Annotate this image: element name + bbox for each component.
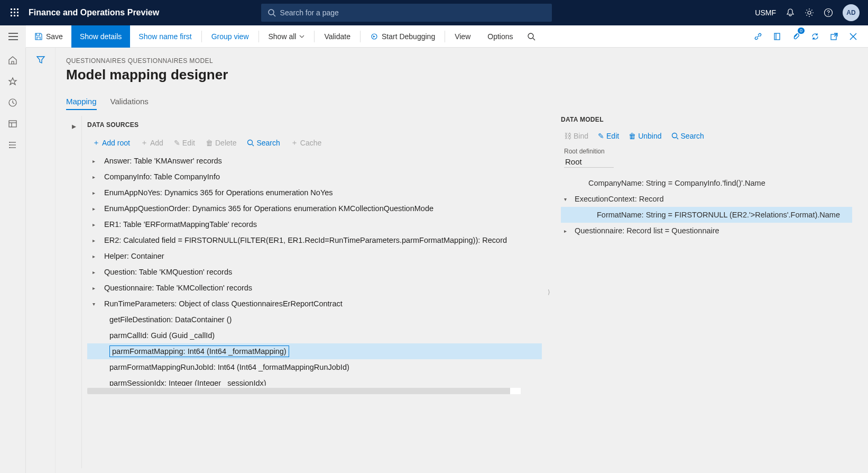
svg-rect-20 <box>774 33 780 40</box>
attachments-button[interactable]: 0 <box>787 25 806 48</box>
gear-icon[interactable] <box>805 8 814 17</box>
user-avatar[interactable]: AD <box>843 4 860 21</box>
svg-rect-2 <box>17 8 19 10</box>
add-button[interactable]: ＋Add <box>141 138 163 148</box>
tree-row[interactable]: ▸Answer: Table 'KMAnswer' records <box>87 153 542 169</box>
tree-row[interactable]: parmSessionIdx: Integer (Integer _sessio… <box>87 375 542 386</box>
chevron-down-icon <box>299 35 304 38</box>
refresh-button[interactable] <box>806 25 825 48</box>
tree-row[interactable]: ▸ER1: Table 'ERFormatMappingTable' recor… <box>87 216 542 232</box>
tree-row[interactable]: ▸ER2: Calculated field = FIRSTORNULL(FIL… <box>87 232 542 248</box>
tree-row[interactable]: ▾ExecutionContext: Record <box>561 191 852 207</box>
data-model-tree[interactable]: CompanyName: String = CompanyInfo.'find(… <box>561 175 852 239</box>
tree-row[interactable]: ▸EnumAppNoYes: Dynamics 365 for Operatio… <box>87 185 542 201</box>
pencil-icon: ✎ <box>598 132 604 140</box>
collapse-icon: ▾ <box>93 301 99 307</box>
svg-point-33 <box>9 147 10 148</box>
svg-point-11 <box>808 11 811 14</box>
tree-label: FormatName: String = FIRSTORNULL (ER2.'>… <box>597 211 840 219</box>
find-button[interactable] <box>522 25 541 48</box>
unbind-button[interactable]: 🗑Unbind <box>629 132 661 140</box>
tree-label: CompanyName: String = CompanyInfo.'find(… <box>588 179 765 187</box>
global-search[interactable]: Search for a page <box>261 4 552 22</box>
search-icon <box>671 132 679 140</box>
types-collapser[interactable]: ▸ <box>66 116 82 468</box>
options-menu[interactable]: Options <box>479 25 521 48</box>
svg-line-37 <box>677 138 678 139</box>
home-icon[interactable] <box>7 55 18 66</box>
main-content: QUESTIONNAIRES QUESTIONNAIRES MODEL Mode… <box>56 48 868 473</box>
horizontal-scrollbar[interactable] <box>87 388 521 394</box>
tree-row[interactable]: ▸Helper: Container <box>87 248 542 264</box>
search-placeholder: Search for a page <box>280 8 339 17</box>
workspace-icon[interactable] <box>7 119 18 129</box>
bell-icon[interactable] <box>786 8 795 17</box>
edit-button[interactable]: ✎Edit <box>598 132 619 140</box>
data-model-toolbar: ⛓Bind ✎Edit 🗑Unbind Search <box>564 132 852 140</box>
start-debugging-button[interactable]: Start Debugging <box>362 25 444 48</box>
breadcrumb: QUESTIONNAIRES QUESTIONNAIRES MODEL <box>66 57 868 65</box>
save-button[interactable]: Save <box>26 25 71 48</box>
link-icon[interactable] <box>749 25 768 48</box>
cache-button[interactable]: ＋Cache <box>291 138 321 148</box>
pencil-icon: ✎ <box>174 139 180 147</box>
show-details-button[interactable]: Show details <box>71 25 130 48</box>
search-button[interactable]: Search <box>671 132 704 140</box>
tree-row[interactable]: ▸CompanyInfo: Table CompanyInfo <box>87 169 542 185</box>
tree-label: parmCallId: Guid (Guid _callId) <box>109 331 215 340</box>
navpane-toggle[interactable] <box>0 25 26 48</box>
delete-button[interactable]: 🗑Delete <box>206 138 236 148</box>
tree-row[interactable]: ▾RunTimeParameters: Object of class Ques… <box>87 296 542 312</box>
root-definition: Root definition Root <box>564 148 852 168</box>
edit-button[interactable]: ✎Edit <box>174 138 195 148</box>
search-button[interactable]: Search <box>247 138 280 148</box>
app-launcher-icon[interactable] <box>5 3 24 22</box>
tree-label: parmSessionIdx: Integer (Integer _sessio… <box>109 379 266 386</box>
bind-button[interactable]: ⛓Bind <box>564 132 588 140</box>
tree-row[interactable]: parmCallId: Guid (Guid _callId) <box>87 328 542 343</box>
tree-row[interactable]: ▸Questionnaire: Record list = Questionna… <box>561 223 852 239</box>
svg-point-9 <box>269 10 274 15</box>
svg-rect-1 <box>14 8 15 10</box>
help-icon[interactable] <box>824 8 833 17</box>
tree-row[interactable]: parmFormatMappingRunJobId: Int64 (Int64 … <box>87 359 542 375</box>
tab-mapping[interactable]: Mapping <box>66 97 97 110</box>
expand-icon: ▸ <box>93 190 99 196</box>
tree-twisty: ▾ <box>564 196 570 202</box>
tree-label: RunTimeParameters: Object of class Quest… <box>104 299 343 308</box>
modules-icon[interactable] <box>7 140 18 150</box>
close-button[interactable] <box>844 25 863 48</box>
expand-icon: ▸ <box>93 206 99 212</box>
recent-icon[interactable] <box>7 97 18 108</box>
view-menu[interactable]: View <box>446 25 479 48</box>
save-icon <box>34 32 43 41</box>
favorite-icon[interactable] <box>7 76 18 87</box>
tree-row[interactable]: parmFormatMapping: Int64 (Int64 _formatM… <box>87 343 542 359</box>
nav-rail <box>0 48 26 473</box>
root-definition-value[interactable]: Root <box>564 156 614 168</box>
tree-row[interactable]: ▸Question: Table 'KMQuestion' records <box>87 264 542 280</box>
group-view-button[interactable]: Group view <box>203 25 257 48</box>
popout-button[interactable] <box>825 25 844 48</box>
tree-row[interactable]: CompanyName: String = CompanyInfo.'find(… <box>561 175 852 191</box>
show-all-button[interactable]: Show all <box>260 25 313 48</box>
tree-row[interactable]: ▸EnumAppQuestionOrder: Dynamics 365 for … <box>87 201 542 216</box>
data-model-panel: DATA MODEL ⛓Bind ✎Edit 🗑Unbind Search Ro… <box>550 116 868 468</box>
tree-row[interactable]: ▸Questionnaire: Table 'KMCollection' rec… <box>87 280 542 296</box>
svg-point-36 <box>672 133 677 138</box>
show-name-first-button[interactable]: Show name first <box>130 25 200 48</box>
add-root-button[interactable]: ＋Add root <box>93 138 130 148</box>
global-header: Finance and Operations Preview Search fo… <box>0 0 868 25</box>
tree-row[interactable]: getFileDestination: DataContainer () <box>87 312 542 328</box>
data-sources-toolbar: ＋Add root ＋Add ✎Edit 🗑Delete Search ＋Cac… <box>93 138 547 148</box>
tree-row[interactable]: FormatName: String = FIRSTORNULL (ER2.'>… <box>561 207 852 223</box>
filter-icon[interactable] <box>36 55 45 473</box>
validate-button[interactable]: Validate <box>316 25 359 48</box>
data-sources-tree[interactable]: ▸Answer: Table 'KMAnswer' records▸Compan… <box>87 153 547 386</box>
svg-point-13 <box>828 14 829 15</box>
tab-validations[interactable]: Validations <box>110 97 149 110</box>
office-icon[interactable] <box>768 25 787 48</box>
attachments-count: 0 <box>798 28 805 34</box>
data-sources-panel: ▸ DATA SOURCES ＋Add root ＋Add ✎Edit 🗑Del… <box>66 116 547 468</box>
company-code[interactable]: USMF <box>755 8 776 17</box>
